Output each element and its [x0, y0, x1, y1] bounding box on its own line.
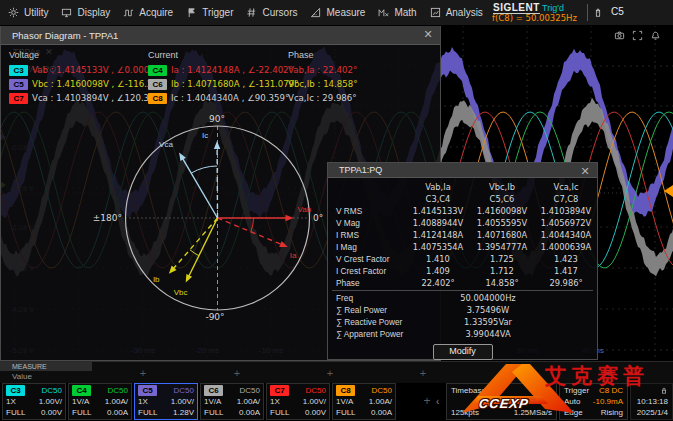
- channel-badge: C3: [6, 385, 25, 396]
- channel-badge: C7: [270, 385, 289, 396]
- channel-badge: C8: [148, 93, 167, 104]
- bandwidth-label: FULL: [336, 408, 356, 417]
- coupling-label: DC50: [240, 386, 260, 395]
- channel-box-c7[interactable]: C7DC50 1X1.00V/ FULL0.00V: [266, 383, 330, 420]
- add-measure-icon[interactable]: +: [327, 368, 333, 378]
- menu-items: UtilityDisplayAcquireTriggerCursorsMeasu…: [0, 7, 483, 18]
- menu-item-analysis[interactable]: Analysis: [430, 7, 483, 18]
- menu-item-acquire[interactable]: Acquire: [123, 7, 173, 18]
- bandwidth-label: FULL: [72, 408, 92, 417]
- vector-label: Vca: [159, 140, 173, 149]
- offset-label: 0.00V: [41, 408, 62, 417]
- phasor-close-icon[interactable]: ✕: [420, 27, 436, 42]
- bandwidth-label: FULL: [270, 408, 290, 417]
- scale-label: 1.00A/: [237, 397, 260, 406]
- trigger-level-marker[interactable]: [664, 185, 673, 197]
- math-icon: [378, 7, 389, 18]
- scale-label: 1.00V/: [171, 397, 194, 406]
- bandwidth-label: FULL: [204, 408, 224, 417]
- channel-box-c3[interactable]: C3DC50 1X1.00V/ FULL0.00V: [2, 383, 66, 420]
- channel-box-c8[interactable]: C8DC50 1V/A1.00A/ FULL0.00A: [332, 383, 396, 420]
- menubar-divider: [587, 4, 588, 21]
- pq-data-row: I RMS1.4124148A1.4071680A1.4044340A: [328, 229, 597, 241]
- active-channel-indicator[interactable]: C5: [611, 6, 624, 17]
- trigger-box[interactable]: TriggerC8 DC Auto-10.9mA EdgeRising: [559, 383, 628, 420]
- pq-data-row: V RMS1.4145133V1.4160098V1.4103894V: [328, 205, 597, 217]
- menu-item-math[interactable]: Math: [378, 7, 416, 18]
- menu-item-measure[interactable]: Measure: [310, 7, 365, 18]
- oscilloscope-screen: -30 ms-20 ms-10 ms30 ms40 ms -0.28 V-1.2…: [0, 0, 673, 421]
- menu-item-utility[interactable]: Utility: [8, 7, 48, 18]
- menu-item-cursors[interactable]: Cursors: [246, 7, 297, 18]
- timebase-box[interactable]: Timebase 10.0ms/div 125kpts1.25MSa/s: [446, 383, 557, 420]
- scale-label: 1.00V/: [303, 397, 326, 406]
- add-measure-icon[interactable]: +: [513, 368, 519, 378]
- channel-badge: C8: [336, 385, 355, 396]
- coupling-label: DC50: [174, 386, 194, 395]
- trigger-type: Edge: [564, 408, 583, 417]
- coupling-label: DC50: [108, 386, 128, 395]
- pq-data-row: Phase22.402°14.858°29.986°: [328, 277, 597, 289]
- readout-row: C7Vca : 1.4103894V , ∠120.345°: [9, 91, 168, 105]
- readout-column-current: CurrentC4Ia : 1.4124148A , ∠-22.402°C6Ib…: [148, 50, 299, 105]
- camera-icon[interactable]: [614, 27, 625, 45]
- usb-icon: [593, 6, 603, 19]
- readout-row: C6Ib : 1.4071680A , ∠-131.079°: [148, 77, 299, 91]
- channel-box-c6[interactable]: C6DC50 1V/A1.00A/ FULL0.00A: [200, 383, 264, 420]
- pq-summary-row: ∑ Apparent Power3.99044VA: [328, 328, 597, 340]
- pq-data-row: V Mag1.4088944V1.4055595V1.4056972V: [328, 217, 597, 229]
- lock-icon: [660, 386, 668, 395]
- menu-bar: UtilityDisplayAcquireTriggerCursorsMeasu…: [0, 0, 673, 26]
- readout-column-phase: PhaseVab,Ia : 22.402°Vbc,Ib : 14.858°Vca…: [288, 50, 358, 105]
- measure-tab[interactable]: MEASURE: [0, 362, 92, 371]
- vector-label: Ia: [290, 251, 297, 260]
- phasor-window-titlebar[interactable]: Phasor Diagram - TPPA1 ✕: [1, 26, 440, 45]
- fullscreen-icon[interactable]: [632, 27, 643, 45]
- svg-text:±180°: ±180°: [93, 213, 122, 223]
- channel-box-c5[interactable]: C5DC50 1X1.00V/ FULL1.28V: [134, 383, 198, 420]
- coupling-label: DC50: [306, 386, 326, 395]
- add-measure-icon[interactable]: +: [606, 368, 612, 378]
- vector-label: Vab: [298, 205, 312, 214]
- probe-label: 1X: [6, 397, 16, 406]
- trigger-status: Trig'd: [542, 3, 564, 13]
- channel-box-c4[interactable]: C4DC50 1V/A1.00A/ FULL0.00A: [68, 383, 132, 420]
- analysis-icon: [430, 7, 441, 18]
- pq-summary-row: Freq50.004000Hz: [328, 292, 597, 304]
- channel-badge: C3: [9, 65, 28, 76]
- add-measure-icon[interactable]: +: [234, 368, 240, 378]
- sound-icon[interactable]: [650, 27, 661, 45]
- svg-text:90°: 90°: [209, 114, 225, 124]
- pq-data-row: V Crest Factor1.4101.7251.423: [328, 253, 597, 265]
- fullscreen-icon: [632, 30, 643, 41]
- add-measure-icon[interactable]: +: [420, 368, 426, 378]
- readout-header: Current: [148, 50, 299, 60]
- camera-icon: [614, 30, 625, 41]
- channel-badge: C6: [148, 79, 167, 90]
- trigger-source: C8 DC: [599, 386, 623, 395]
- readout-row: Vca,Ic : 29.986°: [288, 91, 358, 105]
- pq-close-icon[interactable]: ✕: [577, 164, 593, 179]
- modify-button[interactable]: Modify: [433, 344, 493, 360]
- clock-date: 2025/1/4: [637, 408, 668, 417]
- pq-summary-row: ∑ Reactive Power1.33595Var: [328, 316, 597, 328]
- measure-value-label: Value: [12, 372, 32, 381]
- menu-item-display[interactable]: Display: [61, 7, 110, 18]
- add-measure-icon[interactable]: +: [140, 368, 146, 378]
- probe-label: 1X: [270, 397, 280, 406]
- svg-text:0°: 0°: [313, 213, 323, 223]
- sound-icon: [650, 30, 661, 41]
- probe-label: 1V/A: [336, 397, 353, 406]
- grid-toolbar: [614, 27, 661, 45]
- menu-item-trigger[interactable]: Trigger: [186, 7, 233, 18]
- readout-row: C3Vab : 1.4145133V , ∠0.000°: [9, 63, 168, 77]
- timebase-scale: 10.0ms/div: [513, 397, 552, 406]
- pq-window-titlebar[interactable]: TPPA1:PQ ✕: [328, 163, 597, 178]
- coupling-label: DC50: [42, 386, 62, 395]
- collapse-arrow-icon[interactable]: ‹: [436, 396, 439, 407]
- timebase-label: Timebase: [451, 386, 486, 395]
- vector-label: Vbc: [174, 288, 188, 297]
- trigger-slope: Rising: [601, 408, 623, 417]
- add-channel-icon[interactable]: +: [423, 394, 430, 408]
- timebase-rate: 1.25MSa/s: [514, 408, 552, 417]
